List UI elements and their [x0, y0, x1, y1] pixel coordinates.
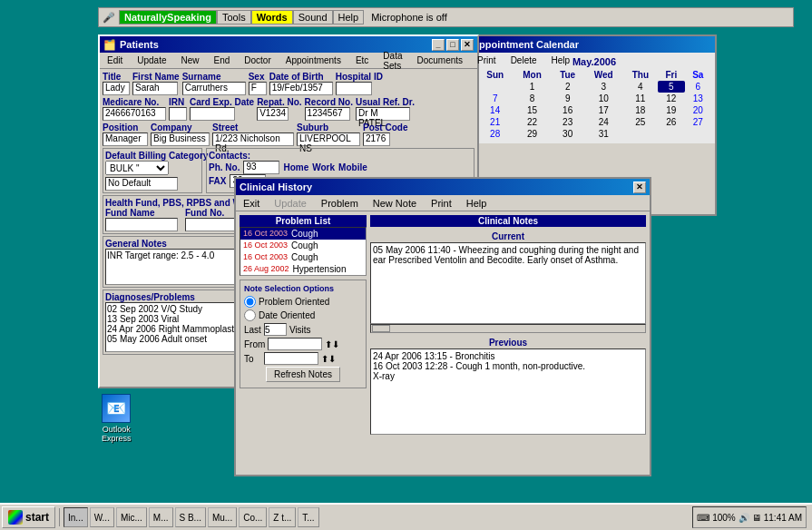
cal-day[interactable]: [685, 128, 712, 140]
to-spinner[interactable]: ⬆⬇: [321, 354, 336, 364]
list-item[interactable]: 26 Aug 2002 Hypertension: [240, 263, 366, 275]
cal-day[interactable]: 24: [584, 116, 623, 128]
menu-clin-print[interactable]: Print: [427, 197, 455, 210]
dns-words-btn[interactable]: Words: [251, 10, 293, 25]
cal-day[interactable]: [658, 128, 684, 140]
surname-value[interactable]: Carruthers: [182, 82, 246, 95]
cal-day[interactable]: 16: [552, 104, 584, 116]
billing-dropdown[interactable]: BULK ": [105, 161, 169, 175]
cal-day[interactable]: 23: [552, 116, 584, 128]
menu-doctor[interactable]: Doctor: [240, 54, 274, 66]
taskbar-btn-2[interactable]: Mic...: [116, 507, 147, 527]
cal-day[interactable]: 7: [477, 93, 513, 104]
to-date-input[interactable]: [264, 352, 318, 365]
menu-etc[interactable]: Etc: [352, 54, 372, 66]
cal-day[interactable]: 19: [658, 104, 684, 116]
cal-day[interactable]: 13: [685, 93, 712, 104]
maximize-button[interactable]: □: [446, 39, 459, 51]
taskbar-btn-6[interactable]: Co...: [239, 507, 267, 527]
from-spinner[interactable]: ⬆⬇: [325, 339, 339, 349]
menu-edit[interactable]: Edit: [103, 54, 126, 66]
firstname-value[interactable]: Sarah: [132, 82, 178, 95]
dns-sound-btn[interactable]: Sound: [293, 10, 333, 25]
sex-value[interactable]: F: [249, 82, 267, 95]
cal-day[interactable]: 30: [552, 128, 584, 140]
menu-update[interactable]: Update: [270, 197, 309, 210]
cal-day[interactable]: 8: [513, 93, 551, 104]
suburb-value[interactable]: LIVERPOOL NS: [297, 132, 360, 146]
menu-new[interactable]: New: [177, 54, 202, 66]
cal-day[interactable]: 4: [623, 81, 658, 93]
company-value[interactable]: Big Business: [151, 132, 210, 146]
taskbar-btn-1[interactable]: W...: [90, 507, 114, 527]
menu-documents[interactable]: Documents: [413, 54, 466, 66]
menu-new-note[interactable]: New Note: [369, 197, 420, 210]
last-value-input[interactable]: [264, 323, 287, 336]
cal-day[interactable]: 27: [685, 116, 712, 128]
menu-datasets[interactable]: Data Sets: [379, 50, 406, 72]
cal-day[interactable]: 12: [658, 93, 684, 104]
ph-value[interactable]: 93: [243, 161, 279, 174]
cal-day[interactable]: 21: [477, 116, 513, 128]
street-value[interactable]: 1/223 Nicholson Rd.: [212, 132, 294, 146]
medicare-value[interactable]: 2466670163: [103, 107, 166, 121]
refresh-notes-button[interactable]: Refresh Notes: [266, 367, 340, 382]
cal-day[interactable]: 9: [552, 93, 584, 104]
cal-day[interactable]: 18: [623, 104, 658, 116]
problem-oriented-radio[interactable]: [244, 296, 256, 308]
cal-day[interactable]: 31: [584, 128, 623, 140]
menu-exit[interactable]: Exit: [240, 197, 263, 210]
cal-day[interactable]: 2: [552, 81, 584, 93]
dns-help-btn[interactable]: Help: [333, 10, 365, 25]
from-date-input[interactable]: [268, 338, 322, 350]
irn-value[interactable]: [169, 107, 187, 121]
menu-update[interactable]: Update: [133, 54, 170, 66]
cal-day[interactable]: 22: [513, 116, 551, 128]
list-item[interactable]: 16 Oct 2003 Cough: [240, 240, 366, 251]
menu-end[interactable]: End: [210, 54, 234, 66]
cal-day[interactable]: 3: [584, 81, 623, 93]
cal-day[interactable]: [623, 128, 658, 140]
dob-value[interactable]: 19/Feb/1957: [269, 82, 333, 95]
title-value[interactable]: Lady: [103, 82, 130, 95]
date-oriented-radio[interactable]: [244, 309, 256, 321]
notes-scrollbar-h[interactable]: [370, 324, 646, 333]
hospital-value[interactable]: [336, 82, 372, 95]
cal-day[interactable]: 5: [658, 81, 684, 93]
position-value[interactable]: Manager: [103, 132, 148, 146]
start-button[interactable]: start: [2, 506, 55, 528]
record-value[interactable]: 1234567: [305, 107, 350, 121]
menu-delete[interactable]: Delete: [507, 54, 541, 66]
taskbar-btn-0[interactable]: In...: [64, 507, 88, 527]
close-button[interactable]: ✕: [461, 39, 474, 51]
scrollbar-thumb[interactable]: [372, 325, 390, 332]
dns-naturally-speaking-btn[interactable]: NaturallySpeaking: [119, 10, 217, 25]
menu-clin-help[interactable]: Help: [463, 197, 491, 210]
cal-day[interactable]: 15: [513, 104, 551, 116]
cal-day[interactable]: 20: [685, 104, 712, 116]
taskbar-btn-3[interactable]: M...: [149, 507, 173, 527]
card-exp-value[interactable]: [190, 107, 235, 121]
usual-ref-value[interactable]: Dr M PATEL: [356, 107, 410, 121]
cal-day[interactable]: [477, 81, 513, 93]
menu-help[interactable]: Help: [548, 54, 574, 66]
cal-day[interactable]: 17: [584, 104, 623, 116]
menu-problem[interactable]: Problem: [318, 197, 362, 210]
no-default-value[interactable]: No Default: [105, 177, 178, 191]
taskbar-btn-8[interactable]: T...: [298, 507, 318, 527]
cal-day[interactable]: 28: [477, 128, 513, 140]
fund-name-value[interactable]: [105, 218, 178, 231]
cal-day[interactable]: 14: [477, 104, 513, 116]
cal-day[interactable]: 6: [685, 81, 712, 93]
taskbar-btn-7[interactable]: Z t...: [269, 507, 296, 527]
menu-print[interactable]: Print: [474, 54, 500, 66]
cal-day[interactable]: 26: [658, 116, 684, 128]
post-value[interactable]: 2176: [363, 132, 390, 146]
list-item[interactable]: 16 Oct 2003 Cough: [240, 228, 366, 240]
dns-tools-btn[interactable]: Tools: [217, 10, 251, 25]
cal-day[interactable]: 1: [513, 81, 551, 93]
taskbar-btn-5[interactable]: Mu...: [208, 507, 237, 527]
list-item[interactable]: 16 Oct 2003 Cough: [240, 251, 366, 263]
cal-day[interactable]: 25: [623, 116, 658, 128]
menu-appointments[interactable]: Appointments: [282, 54, 345, 66]
